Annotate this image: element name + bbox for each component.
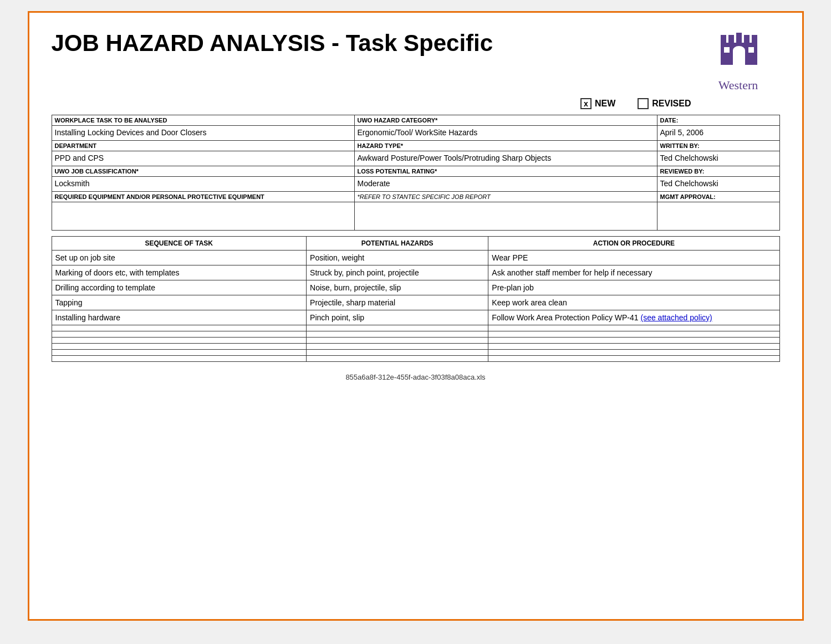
loss-potential-value: Moderate [355,177,657,191]
reviewed-by-col: REVIEWED BY: Ted Chelchowski [657,166,779,191]
table-row [52,325,779,331]
uwo-hazard-col: UWO HAZARD CATEGORY* Ergonomic/Tool/ Wor… [355,115,657,140]
new-checkbox-item: x NEW [580,98,615,109]
task-cell: Drilling according to template [52,280,307,295]
footer-text: 855a6a8f-312e-455f-adac-3f03f8a08aca.xls [345,373,485,381]
mgmt-col: MGMT APPROVAL: [657,192,779,230]
row1: WORKPLACE TASK TO BE ANALYSED Installing… [52,115,780,141]
reviewed-by-value: Ted Chelchowski [657,177,779,191]
new-revised-row: x NEW REVISED [52,98,780,109]
action-cell: Wear PPE [488,251,779,265]
date-col: DATE: April 5, 2006 [657,115,779,140]
ppe-row: REQUIRED EQUIPMENT AND/OR PERSONAL PROTE… [52,192,780,231]
uwo-job-value: Locksmith [52,177,354,191]
task-cell [52,344,307,350]
hazard-type-value: Awkward Posture/Power Tools/Protruding S… [355,151,657,166]
task-cell: Installing hardware [52,310,307,325]
written-by-col: WRITTEN BY: Ted Chelchowski [657,141,779,166]
hazard-cell [307,344,488,350]
svg-rect-4 [752,35,757,43]
hazard-cell: Position, weight [307,251,488,265]
hazard-cell [307,350,488,356]
action-cell: Keep work area clean [488,295,779,310]
workplace-task-col: WORKPLACE TASK TO BE ANALYSED Installing… [52,115,355,140]
page-wrapper: JOB HAZARD ANALYSIS - Task Specific [28,11,804,621]
dept-label: DEPARTMENT [52,141,354,151]
action-cell: Follow Work Area Protection Policy WP-41… [488,310,779,325]
task-cell [52,331,307,338]
action-cell [488,356,779,362]
reviewed-by-label: REVIEWED BY: [657,166,779,177]
hazard-type-col: HAZARD TYPE* Awkward Posture/Power Tools… [355,141,657,166]
ppe-col: REQUIRED EQUIPMENT AND/OR PERSONAL PROTE… [52,192,355,230]
task-cell [52,338,307,344]
hazard-cell [307,331,488,338]
dept-col: DEPARTMENT PPD and CPS [52,141,355,166]
action-cell [488,344,779,350]
uwo-job-col: UWO JOB CLASSIFICATION* Locksmith [52,166,355,191]
written-by-label: WRITTEN BY: [657,141,779,151]
svg-rect-2 [736,33,742,43]
row2: DEPARTMENT PPD and CPS HAZARD TYPE* Awkw… [52,141,780,166]
castle-icon [716,29,761,74]
revised-label: REVISED [652,99,691,109]
svg-rect-1 [728,35,734,43]
table-row: Installing hardwarePinch point, slipFoll… [52,310,779,325]
task-cell [52,350,307,356]
svg-rect-8 [724,47,730,53]
col-action: ACTION OR PROCEDURE [488,237,779,251]
hazard-cell [307,338,488,344]
dept-value: PPD and CPS [52,151,354,166]
hazard-cell [307,356,488,362]
hazard-cell: Pinch point, slip [307,310,488,325]
action-cell [488,331,779,338]
task-cell: Set up on job site [52,251,307,265]
task-cell: Marking of doors etc, with templates [52,265,307,280]
table-row [52,356,779,362]
svg-rect-9 [748,47,754,53]
new-label: NEW [595,99,615,109]
action-cell [488,325,779,331]
svg-point-7 [733,46,745,55]
table-row: TappingProjectile, sharp materialKeep wo… [52,295,779,310]
hazard-cell [307,325,488,331]
table-row [52,344,779,350]
svg-rect-0 [721,35,726,43]
action-cell: Ask another staff member for help if nec… [488,265,779,280]
table-row: Drilling according to templateNoise, bur… [52,280,779,295]
logo-area: Western [697,29,780,93]
footer: 855a6a8f-312e-455f-adac-3f03f8a08aca.xls [52,373,780,381]
table-row [52,331,779,338]
ppe-value [52,202,354,230]
date-value: April 5, 2006 [657,126,779,140]
task-cell [52,325,307,331]
ppe-label: REQUIRED EQUIPMENT AND/OR PERSONAL PROTE… [52,192,354,202]
written-by-value: Ted Chelchowski [657,151,779,166]
header: JOB HAZARD ANALYSIS - Task Specific [52,29,780,93]
action-cell [488,338,779,344]
row3: UWO JOB CLASSIFICATION* Locksmith LOSS P… [52,166,780,192]
new-checkbox[interactable]: x [580,98,592,109]
workplace-task-value: Installing Locking Devices and Door Clos… [52,126,354,140]
uwo-hazard-label: UWO HAZARD CATEGORY* [355,115,657,126]
hazard-cell: Struck by, pinch point, projectile [307,265,488,280]
table-row [52,350,779,356]
workplace-task-label: WORKPLACE TASK TO BE ANALYSED [52,115,354,126]
policy-link[interactable]: (see attached policy) [640,313,712,322]
table-row [52,338,779,344]
task-cell [52,356,307,362]
uwo-job-label: UWO JOB CLASSIFICATION* [52,166,354,177]
action-cell: Pre-plan job [488,280,779,295]
uwo-hazard-value: Ergonomic/Tool/ WorkSite Hazards [355,126,657,140]
hazard-cell: Projectile, sharp material [307,295,488,310]
action-cell [488,350,779,356]
date-label: DATE: [657,115,779,126]
revised-checkbox[interactable] [638,98,649,109]
table-row: Marking of doors etc, with templatesStru… [52,265,779,280]
hazard-cell: Noise, burn, projectile, slip [307,280,488,295]
table-row: Set up on job sitePosition, weightWear P… [52,251,779,265]
col-hazards: POTENTIAL HAZARDS [307,237,488,251]
stantec-col: *refer to Stantec Specific Job Report [355,192,657,230]
revised-checkbox-item: REVISED [638,98,691,109]
logo-text: Western [697,78,780,93]
